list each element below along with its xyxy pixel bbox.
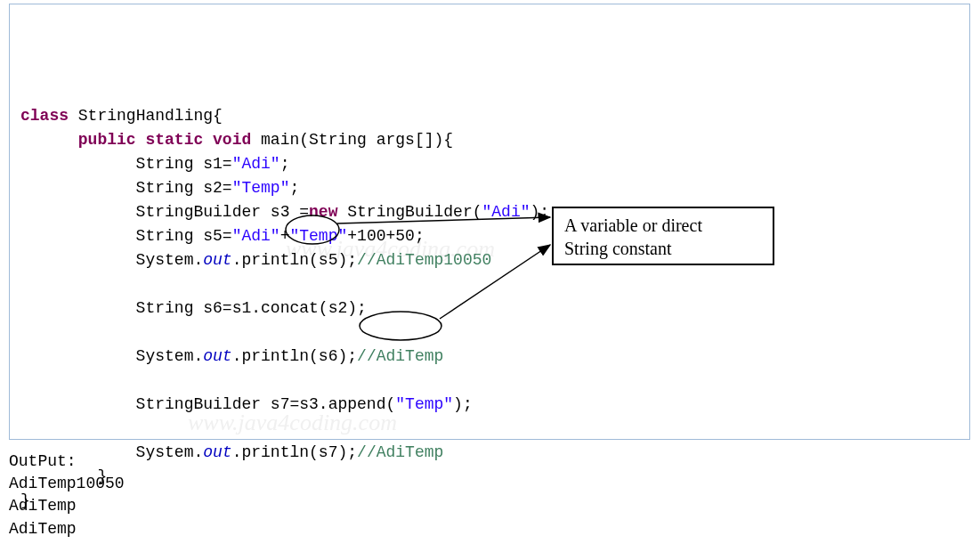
code-content: class StringHandling{ public static void…	[20, 104, 959, 513]
code-text: .println(s5);	[232, 251, 357, 269]
string-literal: "Adi"	[482, 203, 530, 221]
field-out: out	[203, 251, 231, 269]
field-out: out	[203, 347, 231, 365]
code-text: .println(s7);	[232, 443, 357, 461]
code-text: +100+50;	[347, 227, 424, 245]
annotation-line-1: A variable or direct	[564, 214, 762, 237]
code-text: StringHandling{	[69, 107, 223, 125]
keyword-new: new	[309, 203, 337, 221]
string-literal: "Adi"	[232, 227, 280, 245]
comment: //AdiTemp	[357, 443, 443, 461]
code-text: main(String args[]){	[251, 131, 453, 149]
code-text: StringBuilder s7=s3.append(	[20, 395, 395, 413]
code-text: String s2=	[20, 179, 232, 197]
code-text: System.	[20, 251, 203, 269]
string-literal: "Temp"	[232, 179, 290, 197]
field-out: out	[203, 443, 231, 461]
output-line-3: AdiTemp	[9, 520, 77, 538]
annotation-callout: A variable or direct String constant	[552, 207, 774, 265]
string-literal: "Temp"	[289, 227, 347, 245]
code-text: ;	[280, 155, 290, 173]
code-text: +	[280, 227, 290, 245]
string-literal: "Temp"	[395, 395, 453, 413]
page-root: www.java4coding.com www.java4coding.com …	[0, 0, 980, 544]
code-text: System.	[20, 443, 203, 461]
code-text: StringBuilder s3 =	[20, 203, 309, 221]
code-text: );	[530, 203, 550, 221]
code-box: www.java4coding.com www.java4coding.com …	[9, 4, 970, 440]
annotation-line-2: String constant	[564, 237, 762, 260]
comment: //AdiTemp	[357, 347, 443, 365]
code-text: StringBuilder(	[337, 203, 482, 221]
string-literal: "Adi"	[232, 155, 280, 173]
code-text: }	[20, 467, 107, 485]
code-text: String s6=s1.concat(s2);	[20, 299, 367, 317]
code-text: String s1=	[20, 155, 232, 173]
keyword-class: class	[20, 107, 69, 125]
code-text: );	[453, 395, 473, 413]
comment: //AdiTemp10050	[357, 251, 491, 269]
code-text: String s5=	[20, 227, 232, 245]
code-text: }	[20, 491, 30, 509]
code-text: .println(s6);	[232, 347, 357, 365]
code-text: ;	[289, 179, 299, 197]
code-text: System.	[20, 347, 203, 365]
keyword-modifiers: public static void	[78, 131, 251, 149]
